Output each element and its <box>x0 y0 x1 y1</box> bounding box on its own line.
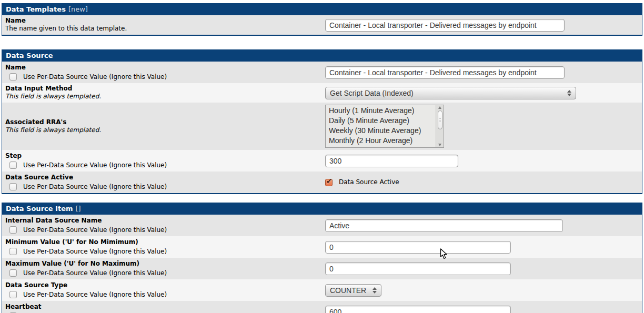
field-label: Step <box>5 152 320 160</box>
active-checkbox-group: Data Source Active <box>325 178 399 186</box>
section-header: Data Source <box>2 50 642 62</box>
field-description-cell: HeartbeatUse Per-Data Source Value (Igno… <box>2 301 323 313</box>
scrollbar-thumb[interactable] <box>438 110 442 129</box>
field-label: Data Input Method <box>5 85 320 93</box>
section-header: Data Source Item[] <box>2 203 642 215</box>
listbox-options: Hourly (1 Minute Average)Daily (5 Minute… <box>326 105 436 147</box>
field-help-text: The name given to this data template. <box>5 25 320 33</box>
form-row-associated-rra-s: Associated RRA'sThis field is always tem… <box>2 103 642 150</box>
listbox-option[interactable]: Hourly (1 Minute Average) <box>329 106 436 116</box>
use-per-data-source-label: Use Per-Data Source Value (Ignore this V… <box>23 161 167 169</box>
use-per-data-source-label: Use Per-Data Source Value (Ignore this V… <box>23 226 167 234</box>
field-label: Maximum Value ('U' for No Maximum) <box>5 260 320 268</box>
use-per-data-source-checkbox[interactable] <box>9 161 17 169</box>
section-title-suffix: [new] <box>68 5 88 13</box>
use-per-data-source-label: Use Per-Data Source Value (Ignore this V… <box>23 269 167 277</box>
field-description-cell: Minimum Value ('U' for No Mimimum)Use Pe… <box>2 236 323 258</box>
spinner-down-icon <box>373 291 377 294</box>
field-control-cell: COUNTER <box>323 279 642 301</box>
field-control-cell: Data Source Active <box>323 171 642 193</box>
associated-rra-s-listbox[interactable]: Hourly (1 Minute Average)Daily (5 Minute… <box>325 105 444 148</box>
spinner-down-icon <box>567 94 571 96</box>
field-label: Data Source Type <box>5 281 320 289</box>
checkbox-label: Data Source Active <box>339 178 399 186</box>
section-title: Data Templates <box>6 5 66 13</box>
internal-data-source-name-input[interactable] <box>325 219 563 232</box>
scroll-up-icon[interactable] <box>438 106 441 109</box>
use-per-data-source-label: Use Per-Data Source Value (Ignore this V… <box>23 183 167 191</box>
maximum-value-u-for-no-maximum-input[interactable] <box>325 262 511 275</box>
field-description-cell: Maximum Value ('U' for No Maximum)Use Pe… <box>2 258 323 279</box>
form-row-name: NameUse Per-Data Source Value (Ignore th… <box>2 62 642 83</box>
form-row-heartbeat: HeartbeatUse Per-Data Source Value (Igno… <box>2 301 642 313</box>
form-row-step: StepUse Per-Data Source Value (Ignore th… <box>2 150 642 171</box>
field-description-cell: Internal Data Source NameUse Per-Data So… <box>2 215 323 236</box>
field-description-cell: Data Source ActiveUse Per-Data Source Va… <box>2 171 323 193</box>
form-row-data-source-active: Data Source ActiveUse Per-Data Source Va… <box>2 171 642 193</box>
use-per-data-source-label: Use Per-Data Source Value (Ignore this V… <box>23 291 167 299</box>
field-help-text: This field is always templated. <box>5 93 320 100</box>
form-row-data-input-method: Data Input MethodThis field is always te… <box>2 83 642 103</box>
per-data-source-option: Use Per-Data Source Value (Ignore this V… <box>5 226 320 234</box>
field-control-cell <box>323 62 642 83</box>
section-title: Data Source Item <box>6 205 73 213</box>
heartbeat-input[interactable] <box>325 306 511 313</box>
use-per-data-source-checkbox[interactable] <box>9 73 17 80</box>
per-data-source-option: Use Per-Data Source Value (Ignore this V… <box>5 291 320 299</box>
field-label: Minimum Value ('U' for No Mimimum) <box>5 238 320 246</box>
use-per-data-source-checkbox[interactable] <box>9 291 17 298</box>
use-per-data-source-checkbox[interactable] <box>9 269 17 277</box>
section-data-source: Data SourceNameUse Per-Data Source Value… <box>2 49 642 194</box>
field-description-cell: Associated RRA'sThis field is always tem… <box>2 103 323 150</box>
form-row-data-source-type: Data Source TypeUse Per-Data Source Valu… <box>2 279 642 301</box>
section-data-templates: Data Templates[new]NameThe name given to… <box>2 3 642 36</box>
data-source-active-checkbox[interactable] <box>325 179 333 186</box>
data-source-type-select[interactable]: COUNTER <box>325 284 381 297</box>
spinner-up-icon <box>373 287 377 290</box>
field-control-cell <box>323 15 642 35</box>
field-control-cell: Get Script Data (Indexed) <box>323 83 642 103</box>
listbox-scrollbar[interactable] <box>436 105 444 147</box>
spinner-icon <box>567 90 571 96</box>
form-row-minimum-value-u-for-no-mimimum: Minimum Value ('U' for No Mimimum)Use Pe… <box>2 236 642 258</box>
section-header: Data Templates[new] <box>2 4 642 15</box>
per-data-source-option: Use Per-Data Source Value (Ignore this V… <box>5 248 320 256</box>
section-title-suffix: [] <box>76 205 81 213</box>
use-per-data-source-checkbox[interactable] <box>9 248 17 255</box>
per-data-source-option: Use Per-Data Source Value (Ignore this V… <box>5 269 320 277</box>
field-label: Name <box>5 17 320 25</box>
form-row-internal-data-source-name: Internal Data Source NameUse Per-Data So… <box>2 215 642 236</box>
field-control-cell <box>323 150 642 171</box>
name-input[interactable] <box>325 66 565 79</box>
field-description-cell: Data Source TypeUse Per-Data Source Valu… <box>2 279 323 301</box>
scroll-down-icon[interactable] <box>438 144 441 146</box>
field-control-cell <box>323 215 642 236</box>
use-per-data-source-label: Use Per-Data Source Value (Ignore this V… <box>23 73 167 81</box>
listbox-option[interactable]: Daily (5 Minute Average) <box>329 116 436 126</box>
field-description-cell: NameUse Per-Data Source Value (Ignore th… <box>2 62 323 83</box>
field-control-cell: Hourly (1 Minute Average)Daily (5 Minute… <box>323 103 642 150</box>
field-description-cell: Data Input MethodThis field is always te… <box>2 83 323 103</box>
step-input[interactable] <box>325 155 458 167</box>
form-row-name: NameThe name given to this data template… <box>2 15 642 35</box>
field-label: Associated RRA's <box>5 118 320 126</box>
spinner-up-icon <box>567 90 571 93</box>
field-description-cell: StepUse Per-Data Source Value (Ignore th… <box>2 150 323 171</box>
use-per-data-source-label: Use Per-Data Source Value (Ignore this V… <box>23 248 167 256</box>
data-template-form: Data Templates[new]NameThe name given to… <box>0 3 644 313</box>
name-input[interactable] <box>325 19 565 32</box>
listbox-option[interactable]: Monthly (2 Hour Average) <box>329 136 436 146</box>
listbox-option[interactable]: Weekly (30 Minute Average) <box>329 126 436 136</box>
field-description-cell: NameThe name given to this data template… <box>2 15 323 35</box>
use-per-data-source-checkbox[interactable] <box>9 226 17 234</box>
field-control-cell <box>323 301 642 313</box>
form-row-maximum-value-u-for-no-maximum: Maximum Value ('U' for No Maximum)Use Pe… <box>2 258 642 279</box>
field-label: Name <box>5 64 320 72</box>
use-per-data-source-checkbox[interactable] <box>9 183 17 190</box>
field-help-text: This field is always templated. <box>5 126 320 134</box>
minimum-value-u-for-no-mimimum-input[interactable] <box>325 241 511 254</box>
field-label: Heartbeat <box>5 303 320 311</box>
per-data-source-option: Use Per-Data Source Value (Ignore this V… <box>5 73 320 81</box>
select-value: COUNTER <box>330 286 366 295</box>
data-input-method-select[interactable]: Get Script Data (Indexed) <box>325 87 576 99</box>
